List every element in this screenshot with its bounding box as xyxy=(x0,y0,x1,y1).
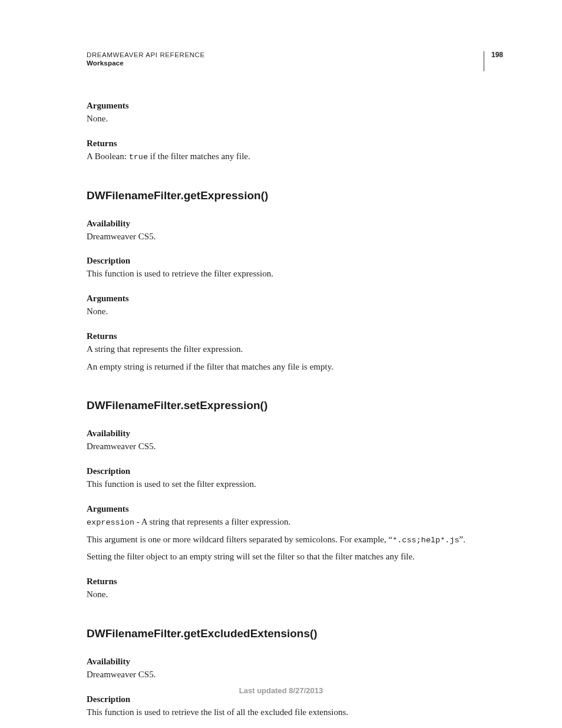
label-returns: Returns xyxy=(87,577,503,587)
doc-section: Workspace xyxy=(87,60,484,67)
label-availability: Availability xyxy=(87,657,503,667)
returns-code: true xyxy=(129,153,148,162)
body-description: This function is used to set the filter … xyxy=(87,478,503,491)
block-returns: Returns A Boolean: true if the filter ma… xyxy=(87,139,503,163)
footer-last-updated: Last updated 8/27/2013 xyxy=(0,686,562,695)
label-returns: Returns xyxy=(87,139,503,149)
page-number: 198 xyxy=(491,51,503,58)
block-description: Description This function is used to set… xyxy=(87,466,503,491)
label-arguments: Arguments xyxy=(87,294,503,304)
block-description: Description This function is used to ret… xyxy=(87,694,503,719)
returns-line1: A string that represents the filter expr… xyxy=(87,343,503,356)
page: DREAMWEAVER API REFERENCE Workspace 198 … xyxy=(0,0,562,719)
body-availability: Dreamweaver CS5. xyxy=(87,668,503,681)
heading-getexcludedextensions: DWFilenameFilter.getExcludedExtensions() xyxy=(87,627,503,640)
arguments-line2: This argument is one or more wildcard fi… xyxy=(87,533,503,546)
section-top-fragment: Arguments None. Returns A Boolean: true … xyxy=(87,101,503,163)
returns-line2: An empty string is returned if the filte… xyxy=(87,361,503,374)
block-availability: Availability Dreamweaver CS5. xyxy=(87,219,503,243)
block-returns: Returns None. xyxy=(87,577,503,601)
label-availability: Availability xyxy=(87,429,503,439)
section-setexpression: DWFilenameFilter.setExpression() Availab… xyxy=(87,399,503,601)
heading-getexpression: DWFilenameFilter.getExpression() xyxy=(87,189,503,202)
block-description: Description This function is used to ret… xyxy=(87,256,503,281)
body-availability: Dreamweaver CS5. xyxy=(87,230,503,243)
block-arguments: Arguments expression - A string that rep… xyxy=(87,504,503,564)
label-availability: Availability xyxy=(87,219,503,229)
arguments-line2-code: *.css;help*.js xyxy=(392,536,459,545)
label-arguments: Arguments xyxy=(87,504,503,514)
arguments-line1: expression - A string that represents a … xyxy=(87,516,503,529)
label-description: Description xyxy=(87,466,503,476)
body-availability: Dreamweaver CS5. xyxy=(87,440,503,453)
body-returns: None. xyxy=(87,588,503,601)
body-description: This function is used to retrieve the fi… xyxy=(87,268,503,281)
returns-suffix: if the filter matches any file. xyxy=(148,151,250,161)
body-arguments: None. xyxy=(87,305,503,318)
header-left: DREAMWEAVER API REFERENCE Workspace xyxy=(87,51,484,67)
block-availability: Availability Dreamweaver CS5. xyxy=(87,429,503,453)
arguments-line3: Setting the filter object to an empty st… xyxy=(87,551,503,564)
block-availability: Availability Dreamweaver CS5. xyxy=(87,657,503,681)
label-description: Description xyxy=(87,256,503,266)
arguments-line2-prefix: This argument is one or more wildcard fi… xyxy=(87,535,392,544)
heading-setexpression: DWFilenameFilter.setExpression() xyxy=(87,399,503,412)
body-description: This function is used to retrieve the li… xyxy=(87,706,503,719)
label-description: Description xyxy=(87,694,503,704)
arguments-code: expression xyxy=(87,518,134,527)
block-arguments: Arguments None. xyxy=(87,101,503,126)
block-returns: Returns A string that represents the fil… xyxy=(87,331,503,374)
returns-prefix: A Boolean: xyxy=(87,151,129,161)
section-getexpression: DWFilenameFilter.getExpression() Availab… xyxy=(87,189,503,374)
running-header: DREAMWEAVER API REFERENCE Workspace 198 xyxy=(87,51,503,71)
block-arguments: Arguments None. xyxy=(87,294,503,318)
arguments-suffix: - A string that represents a filter expr… xyxy=(134,517,290,526)
body-arguments: None. xyxy=(87,113,503,126)
header-right: 198 xyxy=(484,51,503,71)
label-arguments: Arguments xyxy=(87,101,503,111)
label-returns: Returns xyxy=(87,331,503,341)
section-getexcludedextensions: DWFilenameFilter.getExcludedExtensions()… xyxy=(87,627,503,719)
body-returns: A Boolean: true if the filter matches an… xyxy=(87,150,503,163)
doc-title: DREAMWEAVER API REFERENCE xyxy=(87,51,484,58)
arguments-line2-suffix: ”. xyxy=(459,535,465,544)
